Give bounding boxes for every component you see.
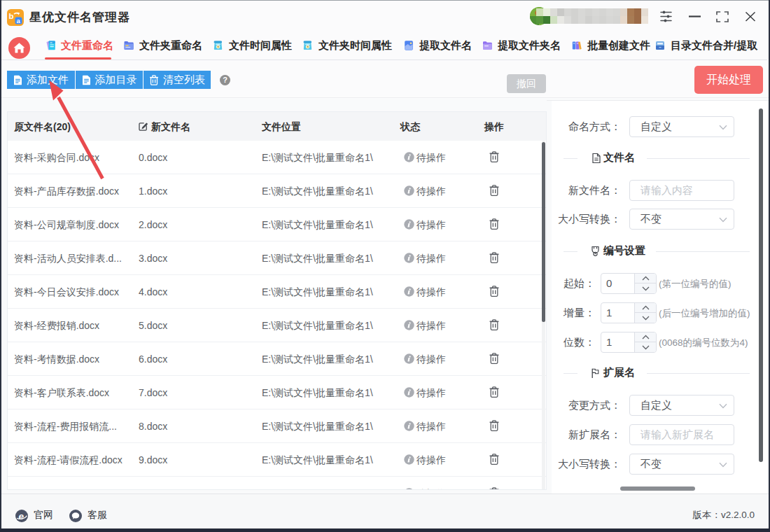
svg-text:a: a <box>17 17 21 24</box>
svg-text:b: b <box>9 12 14 20</box>
svg-text:e: e <box>18 511 24 522</box>
